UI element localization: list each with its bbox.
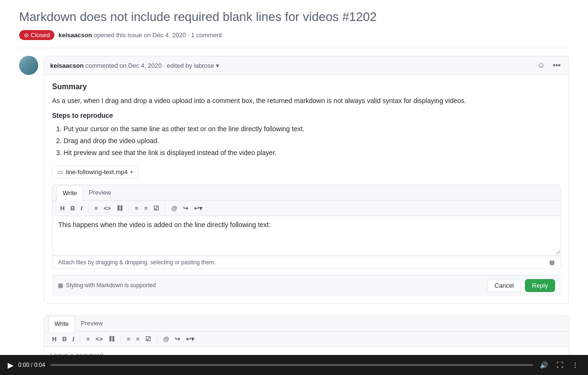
code-button[interactable]: <> — [102, 204, 113, 213]
toolbar-divider — [88, 204, 88, 212]
heading-button[interactable]: H — [58, 204, 66, 213]
cancel-button[interactable]: Cancel — [487, 279, 521, 292]
preview-tab-2[interactable]: Preview — [75, 316, 108, 331]
editor-container-1: Write Preview H B I ≡ <> ⛓ ≡ ≡ ☑ — [52, 185, 561, 269]
summary-heading: Summary — [52, 83, 561, 91]
commenter-name[interactable]: keisaacson — [50, 62, 84, 69]
comment-header: keisaacson commented on Dec 4, 2020 · ed… — [44, 56, 568, 75]
page-title: Markdown does not include required blank… — [19, 10, 569, 24]
editor-textarea-1[interactable]: This happens when the video is added on … — [53, 216, 560, 254]
time-display: 0:00 / 0:04 — [18, 362, 45, 368]
reference-button-2[interactable]: ↪ — [173, 334, 182, 344]
current-time: 0:00 — [18, 362, 29, 368]
edit-info: edited by labrose ▾ — [167, 62, 219, 69]
toolbar-divider-6 — [157, 335, 157, 343]
status-badge: ⊘ Closed — [19, 30, 54, 40]
more-options-button[interactable]: ••• — [551, 60, 563, 71]
link-button[interactable]: ⛓ — [115, 204, 125, 213]
markdown-icon: ▦ — [549, 259, 555, 266]
editor-footer-1: Attach files by dragging & dropping, sel… — [53, 256, 560, 269]
toolbar-divider-3 — [165, 204, 165, 212]
code-button-2[interactable]: <> — [94, 334, 105, 344]
bold-button[interactable]: B — [68, 204, 76, 213]
list-item: Hit preview and see that the link is dis… — [64, 147, 561, 159]
reference-button[interactable]: ↪ — [181, 204, 190, 213]
attachment-name: line-following-text.mp4 — [66, 168, 128, 176]
steps-list: Put your cursor on the same line as othe… — [52, 123, 561, 159]
comment-box: keisaacson commented on Dec 4, 2020 · ed… — [44, 56, 569, 304]
fullscreen-button[interactable]: ⛶ — [555, 361, 565, 369]
editor-actions-1: ▦ Styling with Markdown is supported Can… — [52, 275, 561, 296]
mention-button[interactable]: @ — [169, 204, 179, 213]
video-progress-bar[interactable] — [50, 364, 533, 366]
volume-button[interactable]: 🔊 — [538, 361, 550, 369]
preview-tab-1[interactable]: Preview — [83, 185, 117, 200]
toolbar-divider-5 — [120, 335, 121, 343]
quote-button[interactable]: ≡ — [92, 204, 100, 213]
video-icon: ▭ — [57, 168, 63, 176]
heading-button-2[interactable]: H — [50, 334, 58, 344]
ordered-list-button[interactable]: ≡ — [142, 204, 150, 213]
video-attachment[interactable]: ▭ line-following-text.mp4 ▾ — [52, 165, 138, 179]
markdown-icon-small: ▦ — [58, 282, 63, 289]
markdown-label: Styling with Markdown is supported — [66, 282, 156, 289]
editor-actions-left: ▦ Styling with Markdown is supported — [58, 282, 483, 289]
emoji-button[interactable]: ☺ — [535, 60, 547, 71]
comment-body: Summary As a user, when I drag and drop … — [44, 75, 568, 303]
mention-button-2[interactable]: @ — [161, 334, 171, 344]
status-text: Closed — [31, 31, 50, 39]
issue-meta: ⊘ Closed keisaacson opened this issue on… — [19, 30, 569, 48]
summary-text: As a user, when I drag and drop a video … — [52, 96, 561, 106]
task-list-button[interactable]: ☑ — [151, 204, 161, 213]
editor-toolbar-1: H B I ≡ <> ⛓ ≡ ≡ ☑ @ ↪ ↩▾ — [53, 201, 560, 216]
issue-number: #1202 — [342, 10, 376, 24]
issue-meta-text: keisaacson opened this issue on Dec 4, 2… — [58, 31, 222, 39]
editor-tabs-2: Write Preview — [44, 316, 568, 332]
reply-button[interactable]: Reply — [525, 279, 555, 292]
toolbar-divider-4 — [80, 335, 80, 343]
toolbar-divider-2 — [128, 204, 129, 212]
italic-button-2[interactable]: I — [71, 334, 76, 344]
chevron-down-icon: ▾ — [130, 169, 133, 175]
list-item: Put your cursor on the same line as othe… — [64, 123, 561, 135]
write-tab-2[interactable]: Write — [48, 316, 75, 332]
play-button[interactable]: ▶ — [8, 361, 13, 370]
comment-header-left: keisaacson commented on Dec 4, 2020 · ed… — [50, 62, 219, 69]
comment-timestamp: commented on Dec 4, 2020 · — [86, 62, 167, 69]
editor-toolbar-2: H B I ≡ <> ⛓ ≡ ≡ ☑ @ ↪ ↩▾ — [44, 332, 568, 347]
comment-section: keisaacson commented on Dec 4, 2020 · ed… — [19, 56, 569, 304]
unordered-list-button[interactable]: ≡ — [133, 204, 140, 213]
quote-button-2[interactable]: ≡ — [84, 334, 92, 344]
video-player-bar: ▶ 0:00 / 0:04 🔊 ⛶ ⋮ — [0, 355, 588, 375]
total-time: 0:04 — [34, 362, 45, 368]
ordered-list-button-2[interactable]: ≡ — [134, 334, 142, 344]
title-text: Markdown does not include required blank… — [19, 10, 342, 24]
italic-button[interactable]: I — [79, 204, 85, 213]
undo-button-2[interactable]: ↩▾ — [184, 334, 196, 344]
link-button-2[interactable]: ⛓ — [107, 334, 117, 344]
author-link[interactable]: keisaacson — [58, 31, 92, 39]
list-item: Drag and drop the video upload. — [64, 135, 561, 147]
editor-tabs-1: Write Preview — [53, 185, 560, 201]
more-video-options-button[interactable]: ⋮ — [570, 361, 580, 369]
attach-text: Attach files by dragging & dropping, sel… — [58, 259, 216, 266]
unordered-list-button-2[interactable]: ≡ — [125, 334, 132, 344]
task-list-button-2[interactable]: ☑ — [143, 334, 153, 344]
comment-header-right: ☺ ••• — [535, 60, 563, 71]
steps-heading: Steps to reproduce — [52, 112, 561, 119]
bold-button-2[interactable]: B — [60, 334, 68, 344]
undo-button[interactable]: ↩▾ — [192, 204, 204, 213]
avatar — [19, 56, 38, 75]
write-tab-1[interactable]: Write — [56, 185, 83, 201]
closed-icon: ⊘ — [24, 32, 29, 39]
avatar-image — [19, 56, 38, 75]
